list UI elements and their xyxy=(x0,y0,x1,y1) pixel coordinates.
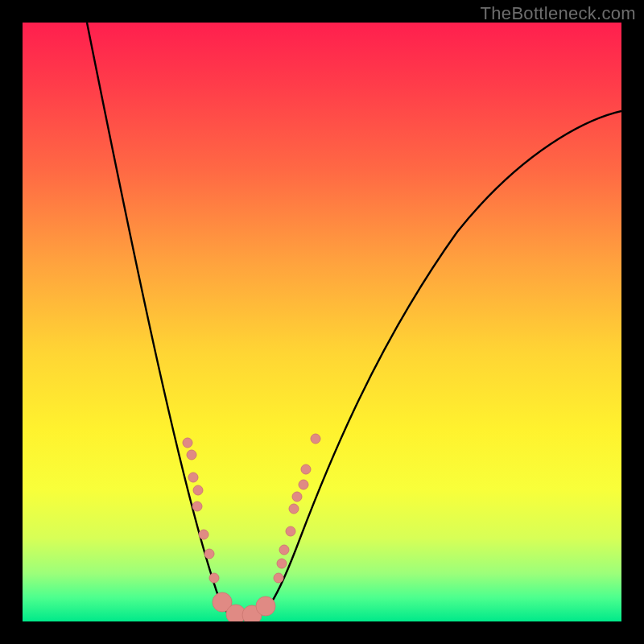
data-marker xyxy=(289,504,299,514)
data-marker xyxy=(311,434,320,444)
marker-group xyxy=(183,434,320,621)
data-marker xyxy=(274,573,283,583)
data-marker xyxy=(286,526,295,536)
data-marker xyxy=(204,549,214,559)
data-marker xyxy=(299,480,308,489)
data-marker xyxy=(277,559,287,568)
data-marker xyxy=(292,492,302,502)
data-marker xyxy=(193,485,203,495)
watermark-text: TheBottleneck.com xyxy=(481,3,636,24)
data-marker xyxy=(279,545,289,555)
plot-area xyxy=(23,23,621,621)
bottleneck-curve xyxy=(87,23,621,620)
chart-svg xyxy=(23,23,621,621)
data-marker xyxy=(199,530,208,539)
data-marker xyxy=(188,473,198,482)
data-marker xyxy=(183,438,192,448)
data-marker xyxy=(192,502,202,511)
data-marker xyxy=(256,597,275,616)
data-marker xyxy=(209,573,219,583)
data-marker xyxy=(187,450,196,460)
data-marker xyxy=(301,464,311,474)
